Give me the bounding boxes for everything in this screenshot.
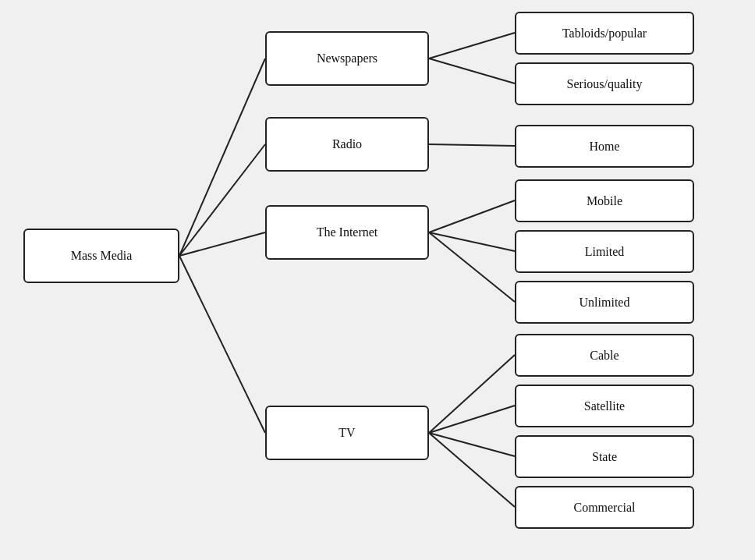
svg-line-1 xyxy=(179,144,265,256)
commercial-node: Commercial xyxy=(515,486,694,529)
mobile-node: Mobile xyxy=(515,179,694,222)
svg-line-9 xyxy=(429,232,515,302)
unlimited-node: Unlimited xyxy=(515,281,694,324)
svg-line-5 xyxy=(429,58,515,83)
home-node: Home xyxy=(515,125,694,168)
newspapers-node: Newspapers xyxy=(265,31,429,86)
svg-line-2 xyxy=(179,232,265,256)
svg-line-11 xyxy=(429,406,515,433)
svg-line-4 xyxy=(429,33,515,58)
svg-line-6 xyxy=(429,144,515,146)
internet-node: The Internet xyxy=(265,205,429,260)
tabloids-node: Tabloids/popular xyxy=(515,12,694,55)
radio-node: Radio xyxy=(265,117,429,172)
svg-line-0 xyxy=(179,58,265,256)
serious-quality-node: Serious/quality xyxy=(515,62,694,105)
root-node: Mass Media xyxy=(23,229,179,283)
limited-node: Limited xyxy=(515,230,694,273)
satellite-node: Satellite xyxy=(515,385,694,427)
svg-line-8 xyxy=(429,232,515,251)
svg-line-3 xyxy=(179,256,265,433)
tv-node: TV xyxy=(265,406,429,460)
state-node: State xyxy=(515,435,694,478)
cable-node: Cable xyxy=(515,334,694,377)
svg-line-10 xyxy=(429,355,515,433)
svg-line-7 xyxy=(429,200,515,232)
